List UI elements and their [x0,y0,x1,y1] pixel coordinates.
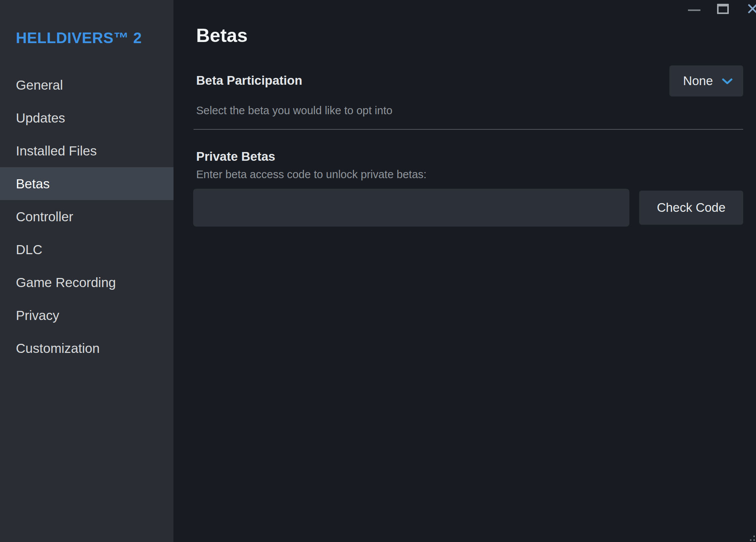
chevron-down-icon [722,78,733,85]
private-betas-label: Private Betas [196,149,743,165]
beta-code-row: Check Code [193,189,743,227]
check-code-button[interactable]: Check Code [639,191,743,225]
beta-participation-dropdown[interactable]: None [669,65,743,96]
sidebar-item-installed-files[interactable]: Installed Files [0,134,174,167]
close-button[interactable] [744,0,756,17]
private-betas-description: Enter beta access code to unlock private… [196,167,743,182]
close-icon [747,3,756,15]
minimize-icon [688,9,700,11]
sidebar-item-general[interactable]: General [0,68,174,101]
beta-participation-selected-value: None [683,74,713,88]
sidebar-item-game-recording[interactable]: Game Recording [0,266,174,299]
section-divider [194,129,743,130]
minimize-button[interactable] [685,0,703,17]
sidebar-item-customization[interactable]: Customization [0,332,174,365]
resize-grip[interactable] [748,534,756,542]
sidebar-item-controller[interactable]: Controller [0,200,174,233]
page-title: Betas [196,25,743,47]
maximize-button[interactable] [714,0,732,17]
maximize-icon [717,4,729,14]
beta-participation-label: Beta Participation [196,73,302,89]
beta-code-input[interactable] [193,189,629,227]
sidebar-item-updates[interactable]: Updates [0,101,174,134]
sidebar: HELLDIVERS™ 2 General Updates Installed … [0,0,174,542]
beta-participation-row: Beta Participation None [196,65,743,96]
sidebar-item-privacy[interactable]: Privacy [0,299,174,332]
beta-participation-description: Select the beta you would like to opt in… [196,103,743,118]
main-content: Betas Beta Participation None Select the… [174,0,756,542]
sidebar-item-dlc[interactable]: DLC [0,233,174,266]
sidebar-item-betas[interactable]: Betas [0,167,174,200]
sidebar-nav: General Updates Installed Files Betas Co… [0,68,174,365]
game-title: HELLDIVERS™ 2 [16,29,174,47]
